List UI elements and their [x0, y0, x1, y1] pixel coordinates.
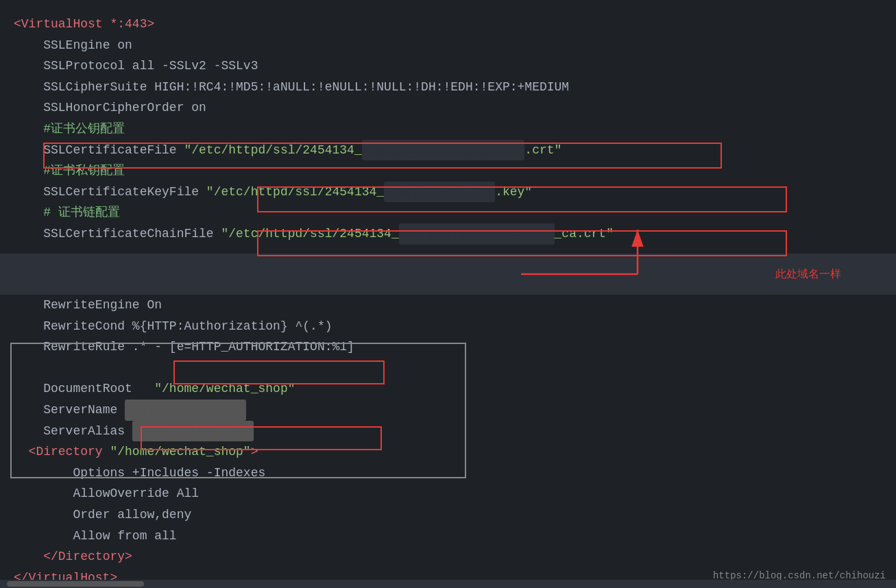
scrollbar[interactable] — [0, 580, 896, 588]
code-line-25: </Directory> — [14, 546, 882, 567]
code-line-7: SSLCertificateFile "/etc/httpd/ssl/24541… — [14, 140, 882, 161]
code-line-18: ServerName wxapp.51ysh.top — [14, 400, 882, 421]
annotation-area: 此处域名一样 — [0, 254, 896, 295]
code-line-1: <VirtualHost *:443> — [14, 14, 882, 35]
code-line-6: #证书公钥配置 — [14, 119, 882, 140]
code-line-8: #证书私钥配置 — [14, 160, 882, 182]
code-line-22: AllowOverride All — [14, 483, 882, 504]
code-line-5: SSLHonorCipherOrder on — [14, 97, 882, 119]
code-line-17: DocumentRoot "/home/wechat_shop" — [14, 378, 882, 400]
code-lower: RewriteEngine On RewriteCond %{HTTP:Auth… — [0, 295, 896, 588]
code-line-3: SSLProtocol all -SSLv2 -SSLv3 — [14, 56, 882, 77]
code-line-10: # 证书链配置 — [14, 202, 882, 223]
code-line-20: <Directory "/home/wechat_shop"> — [14, 441, 882, 463]
code-line-15: RewriteRule .* - [e=HTTP_AUTHORIZATION:%… — [14, 336, 882, 358]
code-line-14: RewriteCond %{HTTP:Authorization} ^(.*) — [14, 316, 882, 337]
code-line-19: ServerAlias wxapp.51ysh.top — [14, 421, 882, 442]
code-line-11: SSLCertificateChainFile "/etc/httpd/ssl/… — [14, 223, 882, 245]
code-line-13: RewriteEngine On — [14, 295, 882, 316]
code-line-9: SSLCertificateKeyFile "/etc/httpd/ssl/24… — [14, 182, 882, 203]
code-line-2: SSLEngine on — [14, 35, 882, 56]
code-line-23: Order allow,deny — [14, 504, 882, 526]
code-line-21: Options +Includes -Indexes — [14, 463, 882, 484]
code-line-4: SSLCipherSuite HIGH:!RC4:!MD5:!aNULL:!eN… — [14, 77, 882, 98]
annotation-text: 此处域名一样 — [775, 267, 841, 282]
code-line-24: Allow from all — [14, 526, 882, 547]
code-line-16 — [14, 358, 882, 379]
code-container: <VirtualHost *:443> SSLEngine on SSLProt… — [0, 0, 896, 264]
